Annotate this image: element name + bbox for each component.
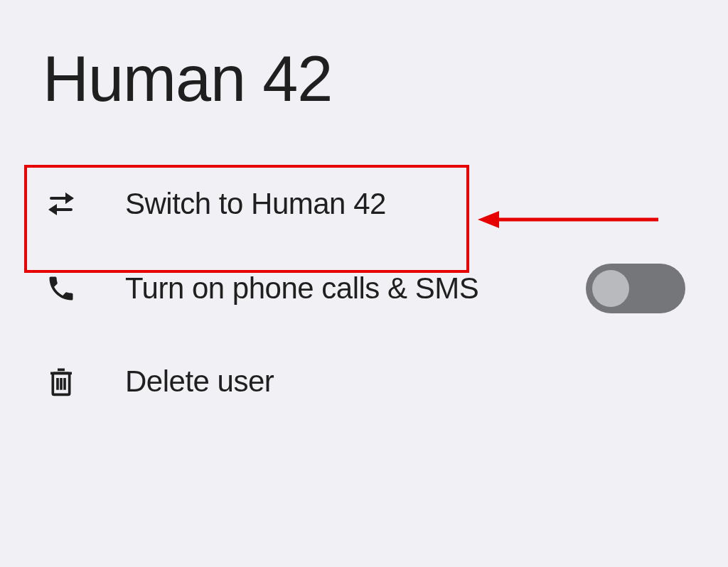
delete-user-label: Delete user (125, 364, 685, 399)
delete-user-row[interactable]: Delete user (40, 339, 685, 424)
swap-icon (40, 190, 82, 218)
phone-sms-row[interactable]: Turn on phone calls & SMS (40, 238, 685, 339)
page-title: Human 42 (0, 0, 728, 116)
phone-sms-label: Turn on phone calls & SMS (125, 271, 543, 306)
svg-marker-1 (65, 193, 74, 204)
trash-icon (40, 365, 82, 398)
toggle-knob (592, 270, 629, 307)
switch-user-label: Switch to Human 42 (125, 187, 685, 221)
svg-marker-3 (48, 204, 57, 215)
switch-user-row[interactable]: Switch to Human 42 (40, 170, 685, 238)
options-list: Switch to Human 42 Turn on phone calls &… (0, 116, 728, 424)
phone-sms-toggle[interactable] (586, 264, 685, 313)
phone-icon (40, 273, 82, 304)
